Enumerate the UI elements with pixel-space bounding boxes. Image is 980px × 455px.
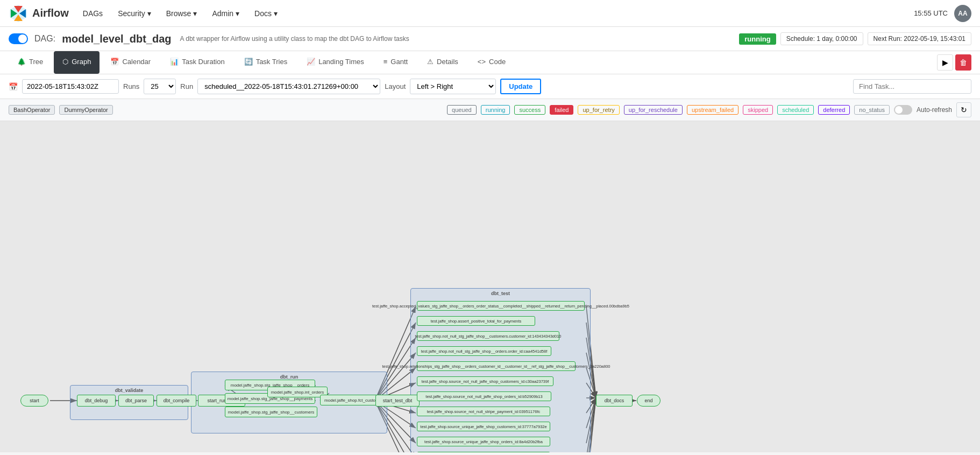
node-dbt-compile[interactable]: dbt_compile <box>157 395 196 407</box>
calendar-icon: 📅 <box>110 58 119 66</box>
node-test-source-unique-stripe-payment[interactable]: test.jaffe_shop.source_unique_stripe_pay… <box>417 452 550 452</box>
run-select[interactable]: scheduled__2022-05-18T15:43:01.271269+00… <box>197 79 380 94</box>
time-display[interactable]: 15:55 UTC <box>914 9 948 17</box>
nav-browse[interactable]: Browse ▾ <box>165 7 198 20</box>
delete-button[interactable]: 🗑 <box>955 54 971 71</box>
status-skipped[interactable]: skipped <box>743 105 773 115</box>
task-duration-icon: 📊 <box>170 58 179 66</box>
status-badge: running <box>739 33 776 45</box>
node-test-source-unique-orders[interactable]: test.jaffe_shop.source_unique_jaffe_shop… <box>417 437 550 446</box>
layout-label: Layout <box>385 82 406 90</box>
landing-times-icon: 📈 <box>307 58 315 66</box>
navbar-right: 15:55 UTC AA <box>914 5 971 22</box>
node-start-test-dbt[interactable]: start_test_dbt <box>375 395 420 407</box>
gantt-icon: ≡ <box>384 58 388 66</box>
node-dbt-debug[interactable]: dbt_debug <box>77 395 116 407</box>
status-up-for-retry[interactable]: up_for_retry <box>578 105 619 115</box>
dag-header: DAG: model_level_dbt_dag A dbt wrapper f… <box>0 27 980 51</box>
node-test-source-not-null-shop-orders[interactable]: test.jaffe_shop.source_not_null_jaffe_sh… <box>417 391 551 401</box>
node-test-source-not-null-stripe-payment[interactable]: test.jaffe_shop.source_not_null_stripe_p… <box>417 407 550 416</box>
node-end[interactable]: end <box>637 395 661 407</box>
status-success[interactable]: success <box>514 105 545 115</box>
graph-icon: ⬡ <box>62 58 68 66</box>
graph-area[interactable]: dbt_validate dbt_run dbt_test start dbt_… <box>0 121 980 452</box>
legend-right: Auto-refresh ↻ <box>894 102 971 117</box>
date-input[interactable] <box>22 79 119 94</box>
airflow-logo-icon <box>9 4 28 23</box>
node-test-source-unique-customers[interactable]: test.jaffe_shop.source_unique_jaffe_shop… <box>417 422 550 431</box>
dag-title: model_level_dbt_dag <box>62 33 171 45</box>
chevron-down-icon: ▾ <box>274 9 278 18</box>
node-dbt-parse[interactable]: dbt_parse <box>118 395 154 407</box>
legend-row: BashOperator DummyOperator queued runnin… <box>0 99 980 121</box>
node-test-assert-positive[interactable]: test.jaffe_shop.assert_positive_total_fo… <box>417 316 535 326</box>
nav-admin[interactable]: Admin ▾ <box>211 7 240 20</box>
next-run-info: Next Run: 2022-05-19, 15:43:01 <box>868 32 971 45</box>
node-test-relationships[interactable]: test.jaffe_shop.relationships_stg_jaffe_… <box>417 361 576 371</box>
node-start[interactable]: start <box>20 395 48 407</box>
status-up-for-reschedule[interactable]: up_for_reschedule <box>624 105 683 115</box>
code-icon: <> <box>478 58 486 66</box>
node-test-source-not-null-shop-customers[interactable]: test.jaffe_shop.source_not_null_jaffe_sh… <box>417 376 553 386</box>
controls-row: 📅 Runs 25 Run scheduled__2022-05-18T15:4… <box>0 74 980 99</box>
node-model-int-orders[interactable]: model.jaffe_shop.int_orders <box>267 387 328 397</box>
dummy-operator-badge[interactable]: DummyOperator <box>59 105 112 115</box>
dag-prefix: DAG: <box>34 34 55 44</box>
auto-refresh-toggle[interactable] <box>894 105 912 115</box>
refresh-button[interactable]: ↻ <box>956 102 971 117</box>
runs-label: Runs <box>123 82 139 90</box>
tab-landing-times[interactable]: 📈 Landing Times <box>298 51 373 74</box>
update-button[interactable]: Update <box>500 79 541 94</box>
schedule-info: Schedule: 1 day, 0:00:00 <box>780 32 863 45</box>
status-running[interactable]: running <box>481 105 510 115</box>
tab-details[interactable]: ⚠ Details <box>418 51 467 74</box>
tab-task-tries[interactable]: 🔄 Task Tries <box>236 51 296 74</box>
tab-calendar[interactable]: 📅 Calendar <box>102 51 159 74</box>
group-label-dbt-run: dbt_run <box>280 374 299 380</box>
status-upstream-failed[interactable]: upstream_failed <box>687 105 738 115</box>
node-dbt-docs[interactable]: dbt_docs <box>596 395 633 407</box>
task-tries-icon: 🔄 <box>244 58 253 66</box>
tab-code[interactable]: <> Code <box>469 51 514 74</box>
status-no-status[interactable]: no_status <box>854 105 890 115</box>
tab-tree[interactable]: 🌲 Tree <box>9 51 52 74</box>
node-model-stg-customers[interactable]: model.jaffe_shop.stg_jaffe_shop__custome… <box>225 407 317 417</box>
nav-docs[interactable]: Docs ▾ <box>253 7 279 20</box>
dag-toggle[interactable] <box>9 33 28 44</box>
auto-refresh-label: Auto-refresh <box>917 106 952 114</box>
node-test-accepted-values[interactable]: test.jaffe_shop.accepted_values_stg_jaff… <box>417 301 585 311</box>
calendar-icon: 📅 <box>9 82 18 91</box>
status-scheduled[interactable]: scheduled <box>777 105 814 115</box>
dag-description: A dbt wrapper for Airflow using a utilit… <box>180 35 409 43</box>
navbar: Airflow DAGs Security ▾ Browse ▾ Admin ▾… <box>0 0 980 27</box>
tabs-bar: 🌲 Tree ⬡ Graph 📅 Calendar 📊 Task Duratio… <box>0 51 980 74</box>
details-icon: ⚠ <box>427 58 434 66</box>
bash-operator-badge[interactable]: BashOperator <box>9 105 55 115</box>
node-test-not-null-orders[interactable]: test.jaffe_shop.not_null_stg_jaffe_shop_… <box>417 346 551 356</box>
user-avatar[interactable]: AA <box>954 5 971 22</box>
group-label-dbt-test: dbt_test <box>491 291 510 296</box>
tab-task-duration[interactable]: 📊 Task Duration <box>161 51 233 74</box>
brand-logo[interactable]: Airflow <box>9 4 69 23</box>
play-button[interactable]: ▶ <box>937 54 953 71</box>
run-label: Run <box>180 82 193 90</box>
status-queued[interactable]: queued <box>447 105 477 115</box>
runs-select[interactable]: 25 <box>144 79 176 94</box>
graph-canvas: dbt_validate dbt_run dbt_test start dbt_… <box>0 121 968 452</box>
layout-select[interactable]: Left > Right Top > Bottom <box>410 79 496 94</box>
tab-right-buttons: ▶ 🗑 <box>937 54 971 71</box>
nav-security[interactable]: Security ▾ <box>117 7 152 20</box>
status-failed[interactable]: failed <box>550 105 573 115</box>
nav-dags[interactable]: DAGs <box>82 7 104 20</box>
chevron-down-icon: ▾ <box>147 9 151 18</box>
status-deferred[interactable]: deferred <box>818 105 850 115</box>
chevron-down-icon: ▾ <box>193 9 197 18</box>
dag-status-area: running Schedule: 1 day, 0:00:00 Next Ru… <box>739 32 971 45</box>
tab-graph[interactable]: ⬡ Graph <box>54 51 100 74</box>
node-test-not-null-customers[interactable]: test.jaffe_shop.not_null_stg_jaffe_shop_… <box>417 331 559 341</box>
tree-icon: 🌲 <box>17 58 26 66</box>
group-label-dbt-validate: dbt_validate <box>115 388 144 393</box>
brand-name: Airflow <box>32 7 69 19</box>
find-task-input[interactable] <box>853 79 971 94</box>
tab-gantt[interactable]: ≡ Gantt <box>375 51 416 74</box>
